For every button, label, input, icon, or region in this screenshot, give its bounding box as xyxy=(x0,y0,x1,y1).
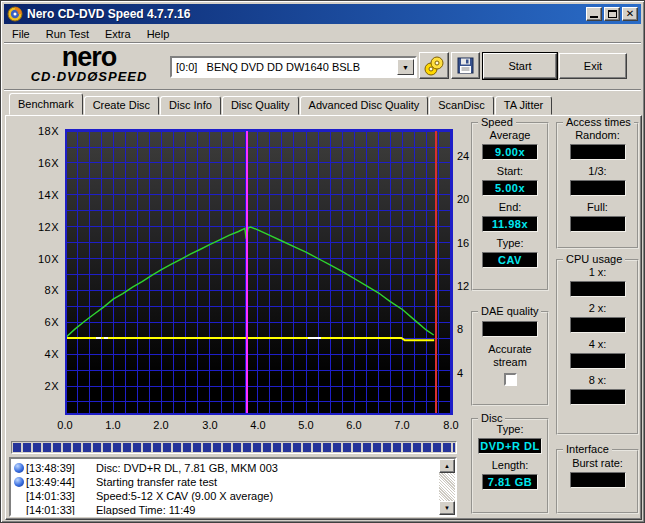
minimize-icon xyxy=(590,16,598,18)
one-third-label: 1/3: xyxy=(588,165,606,178)
scroll-up-button[interactable]: ▲ xyxy=(439,459,455,473)
exit-button[interactable]: Exit xyxy=(559,53,627,79)
log-timestamp: [13:49:44] xyxy=(26,475,75,489)
menu-run-test[interactable]: Run Test xyxy=(38,26,97,42)
start-speed-display: 5.00x xyxy=(482,180,538,196)
tab-scandisc[interactable]: ScanDisc xyxy=(429,96,493,115)
separator xyxy=(4,89,641,91)
save-button[interactable] xyxy=(451,52,480,79)
full-label: Full: xyxy=(587,201,608,214)
arrow-up-icon: ▲ xyxy=(444,463,450,469)
menu-help[interactable]: Help xyxy=(139,26,178,42)
cpu-2x-display xyxy=(570,317,626,333)
app-icon xyxy=(7,6,23,22)
burst-rate-display xyxy=(570,472,626,488)
tab-disc-info[interactable]: Disc Info xyxy=(160,96,221,115)
disc-length-display: 7.81 GB xyxy=(482,474,538,490)
axis-tick-label: 0.0 xyxy=(52,418,78,432)
average-speed-display: 9.00x xyxy=(482,144,538,160)
log-timestamp: [14:01:33] xyxy=(26,503,75,517)
info-icon xyxy=(14,463,24,473)
window-title: Nero CD-DVD Speed 4.7.7.16 xyxy=(27,7,584,21)
axis-tick-label: 1.0 xyxy=(100,418,126,432)
one-third-access-display xyxy=(570,180,626,196)
axis-tick-label: 10X xyxy=(3,252,59,266)
scrollbar-track[interactable] xyxy=(439,473,455,501)
burst-rate-label: Burst rate: xyxy=(572,457,623,470)
axis-tick-label: 6X xyxy=(3,315,59,329)
log-row: [13:48:39] Disc: DVD+R DL, 7.81 GB, MKM … xyxy=(11,461,455,475)
tab-benchmark[interactable]: Benchmark xyxy=(9,93,83,115)
axis-tick-label: 8X xyxy=(3,283,59,297)
axis-tick-label: 5.0 xyxy=(293,418,319,432)
chart-background xyxy=(65,129,453,415)
disc-group: Disc Type: DVD+R DL Length: 7.81 GB xyxy=(471,418,549,514)
start-button[interactable]: Start xyxy=(483,53,557,79)
close-icon: ✕ xyxy=(626,9,634,19)
log-timestamp: [13:48:39] xyxy=(26,461,75,475)
tab-disc-quality[interactable]: Disc Quality xyxy=(222,96,299,115)
accurate-stream-label: Accurate stream xyxy=(488,343,531,369)
axis-tick-label: 4.0 xyxy=(245,418,271,432)
random-label: Random: xyxy=(575,129,620,142)
axis-tick-label: 18X xyxy=(3,124,59,138)
speed-type-display: CAV xyxy=(482,252,538,268)
tab-ta-jitter[interactable]: TA Jitter xyxy=(495,96,553,115)
log-message: Starting transfer rate test xyxy=(96,475,217,489)
average-label: Average xyxy=(490,129,531,142)
log-scrollbar[interactable]: ▲ ▼ xyxy=(439,459,455,515)
progress-bar xyxy=(11,441,457,454)
axis-tick-label: 12X xyxy=(3,220,59,234)
menu-extra[interactable]: Extra xyxy=(97,26,139,42)
axis-tick-label: 6.0 xyxy=(341,418,367,432)
app-window: Nero CD-DVD Speed 4.7.7.16 ✕ File Run Te… xyxy=(0,0,645,523)
close-button[interactable]: ✕ xyxy=(622,7,638,21)
log-timestamp: [14:01:33] xyxy=(26,489,75,503)
tab-bar: Benchmark Create Disc Disc Info Disc Qua… xyxy=(9,93,553,115)
nero-logo: nero CD·DVDØSPEED xyxy=(9,45,169,84)
maximize-button[interactable] xyxy=(604,7,620,21)
dae-quality-display xyxy=(482,321,538,337)
drive-select-value: [0:0] BENQ DVD DD DW1640 BSLB xyxy=(172,61,397,73)
dae-quality-group: DAE quality Accurate stream xyxy=(471,311,549,406)
drive-speed-icon xyxy=(424,56,444,76)
log-row: [14:01:33] Speed:5-12 X CAV (9.00 X aver… xyxy=(11,489,455,503)
axis-tick-label: 7.0 xyxy=(389,418,415,432)
cpu-2x-label: 2 x: xyxy=(589,302,607,315)
cpu-8x-label: 8 x: xyxy=(589,374,607,387)
cpu-1x-label: 1 x: xyxy=(589,266,607,279)
tab-advanced-disc-quality[interactable]: Advanced Disc Quality xyxy=(300,96,429,115)
drive-select-dropdown-button[interactable]: ▼ xyxy=(397,59,414,75)
axis-tick-label: 2.0 xyxy=(148,418,174,432)
tab-create-disc[interactable]: Create Disc xyxy=(84,96,159,115)
titlebar: Nero CD-DVD Speed 4.7.7.16 ✕ xyxy=(4,4,641,24)
menu-file[interactable]: File xyxy=(4,26,38,42)
axis-tick-label: 4X xyxy=(3,347,59,361)
disc-length-label: Length: xyxy=(492,459,529,472)
cpu-usage-group: CPU usage 1 x: 2 x: 4 x: 8 x: xyxy=(556,259,639,435)
drive-select[interactable]: [0:0] BENQ DVD DD DW1640 BSLB ▼ xyxy=(170,56,417,78)
minimize-button[interactable] xyxy=(586,7,602,21)
log-message: Speed:5-12 X CAV (9.00 X average) xyxy=(96,489,273,503)
accurate-label-line1: Accurate xyxy=(488,343,531,355)
disc-type-display: DVD+R DL xyxy=(478,438,542,454)
cpu-4x-display xyxy=(570,353,626,369)
interface-group: Interface Burst rate: xyxy=(556,449,639,514)
axis-tick-label: 2X xyxy=(3,379,59,393)
log-message: Disc: DVD+R DL, 7.81 GB, MKM 003 xyxy=(96,461,278,475)
axis-tick-label: 3.0 xyxy=(197,418,223,432)
log-row: [14:01:33] Elapsed Time: 11:49 xyxy=(11,503,455,517)
start-label: Start: xyxy=(497,165,523,178)
nero-logo-text: nero xyxy=(9,45,169,69)
transfer-rate-chart xyxy=(65,129,453,415)
accurate-stream-checkbox[interactable] xyxy=(504,373,517,386)
full-access-display xyxy=(570,216,626,232)
maximize-icon xyxy=(608,10,617,18)
end-label: End: xyxy=(499,201,522,214)
cpu-1x-display xyxy=(570,281,626,297)
disc-type-label: Type: xyxy=(497,423,524,436)
end-speed-display: 11.98x xyxy=(482,216,538,232)
drive-speed-button[interactable] xyxy=(419,52,449,79)
axis-tick-label: 14X xyxy=(3,188,59,202)
scroll-down-button[interactable]: ▼ xyxy=(439,501,455,515)
